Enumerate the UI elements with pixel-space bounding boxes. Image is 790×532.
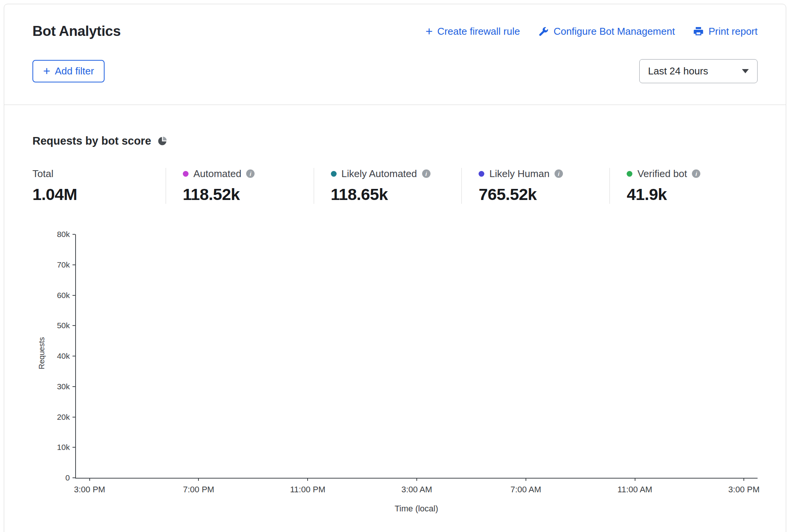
stat-label: Verified bot xyxy=(637,168,687,180)
bar-4[interactable] xyxy=(185,234,212,478)
section-title: Requests by bot score xyxy=(32,135,151,147)
y-tick-mark xyxy=(73,295,75,296)
legend-dot-automated xyxy=(183,171,189,177)
requests-chart: Requests 010k20k30k40k50k60k70k80k3:00 P… xyxy=(32,234,758,514)
add-filter-button[interactable]: + Add filter xyxy=(32,60,105,82)
x-tick-3-00-AM: 3:00 AM xyxy=(401,485,432,495)
x-axis-title: Time (local) xyxy=(75,504,758,514)
bar-24[interactable] xyxy=(730,234,758,478)
y-tick-0: 0 xyxy=(65,473,70,482)
create-firewall-rule-link[interactable]: + Create firewall rule xyxy=(426,26,520,37)
card-header: Bot Analytics + Create firewall rule Con… xyxy=(4,4,786,105)
bar-8[interactable] xyxy=(294,234,321,478)
stats-row: Total 1.04M Automated i 118.52k Likely A… xyxy=(32,168,758,204)
info-icon[interactable]: i xyxy=(692,169,700,178)
stat-automated: Automated i 118.52k xyxy=(166,168,314,204)
x-tick-mark xyxy=(307,478,308,481)
x-tick-3-00-PM: 3:00 PM xyxy=(74,485,105,495)
bar-6[interactable] xyxy=(240,234,267,478)
y-tick-mark xyxy=(73,477,75,478)
bar-9[interactable] xyxy=(321,234,348,478)
stat-likely-human: Likely Human i 765.52k xyxy=(461,168,609,204)
requests-by-bot-score-section: Requests by bot score Total 1.04M Automa… xyxy=(4,105,786,532)
y-tick-10k: 10k xyxy=(57,443,70,452)
time-range-value: Last 24 hours xyxy=(648,65,708,77)
bar-15[interactable] xyxy=(485,234,512,478)
configure-bot-management-link[interactable]: Configure Bot Management xyxy=(538,26,675,37)
print-report-link[interactable]: Print report xyxy=(693,26,758,37)
stat-total: Total 1.04M xyxy=(32,168,166,204)
chevron-down-icon xyxy=(742,69,749,73)
x-tick-mark xyxy=(526,478,526,481)
info-icon[interactable]: i xyxy=(555,169,563,178)
stat-value: 1.04M xyxy=(32,185,166,204)
y-axis-title: Requests xyxy=(37,308,46,399)
y-tick-mark xyxy=(73,325,75,326)
x-tick-mark xyxy=(89,478,90,481)
x-tick-mark xyxy=(198,478,199,481)
info-icon[interactable]: i xyxy=(246,169,255,178)
bar-16[interactable] xyxy=(512,234,539,478)
y-tick-mark xyxy=(73,386,75,387)
plot-area: 010k20k30k40k50k60k70k80k3:00 PM7:00 PM1… xyxy=(75,234,758,479)
x-tick-mark xyxy=(635,478,635,481)
x-tick-mark xyxy=(743,478,744,481)
bar-11[interactable] xyxy=(376,234,403,478)
bar-10[interactable] xyxy=(348,234,376,478)
page-title: Bot Analytics xyxy=(32,23,121,39)
x-tick-mark xyxy=(416,478,417,481)
header-actions: + Create firewall rule Configure Bot Man… xyxy=(426,26,758,37)
x-tick-3-00-PM: 3:00 PM xyxy=(728,485,759,495)
bar-20[interactable] xyxy=(621,234,648,478)
legend-dot-likely-human xyxy=(479,171,484,177)
plus-icon: + xyxy=(426,26,433,37)
x-tick-11-00-AM: 11:00 AM xyxy=(617,485,652,495)
stat-value: 118.52k xyxy=(183,185,314,204)
x-tick-7-00-AM: 7:00 AM xyxy=(510,485,541,495)
bar-23[interactable] xyxy=(703,234,730,478)
x-tick-11-00-PM: 11:00 PM xyxy=(290,485,326,495)
bar-0[interactable] xyxy=(76,234,103,478)
bar-14[interactable] xyxy=(458,234,485,478)
legend-dot-verified-bot xyxy=(627,171,632,177)
plus-icon: + xyxy=(43,66,50,77)
bot-analytics-card: Bot Analytics + Create firewall rule Con… xyxy=(4,4,786,532)
bar-2[interactable] xyxy=(131,234,158,478)
time-range-select[interactable]: Last 24 hours xyxy=(639,59,758,83)
bar-22[interactable] xyxy=(676,234,703,478)
bar-13[interactable] xyxy=(430,234,458,478)
stat-verified-bot: Verified bot i 41.9k xyxy=(609,168,758,204)
legend-dot-likely-automated xyxy=(331,171,337,177)
stat-label: Total xyxy=(32,168,53,180)
printer-icon xyxy=(693,26,704,37)
bar-7[interactable] xyxy=(267,234,294,478)
wrench-icon xyxy=(538,26,549,37)
bar-3[interactable] xyxy=(158,234,185,478)
info-icon[interactable]: i xyxy=(422,169,430,178)
stat-likely-automated: Likely Automated i 118.65k xyxy=(314,168,462,204)
stat-value: 118.65k xyxy=(331,185,462,204)
stat-label: Automated xyxy=(193,168,242,180)
y-tick-mark xyxy=(73,356,75,356)
y-tick-80k: 80k xyxy=(57,230,70,239)
y-tick-mark xyxy=(73,234,75,235)
stat-value: 41.9k xyxy=(627,185,758,204)
bar-17[interactable] xyxy=(539,234,566,478)
bar-1[interactable] xyxy=(103,234,130,478)
y-tick-mark xyxy=(73,417,75,418)
bar-18[interactable] xyxy=(567,234,594,478)
y-tick-70k: 70k xyxy=(57,260,70,269)
stat-label: Likely Automated xyxy=(342,168,417,180)
bar-21[interactable] xyxy=(648,234,676,478)
y-tick-40k: 40k xyxy=(57,351,70,361)
y-tick-50k: 50k xyxy=(57,321,70,330)
y-tick-60k: 60k xyxy=(57,291,70,300)
bar-5[interactable] xyxy=(212,234,239,478)
stat-label: Likely Human xyxy=(489,168,550,180)
pie-chart-icon xyxy=(157,136,168,146)
y-tick-mark xyxy=(73,264,75,265)
bar-19[interactable] xyxy=(594,234,621,478)
x-tick-7-00-PM: 7:00 PM xyxy=(183,485,214,495)
bar-12[interactable] xyxy=(403,234,430,478)
y-tick-20k: 20k xyxy=(57,413,70,422)
